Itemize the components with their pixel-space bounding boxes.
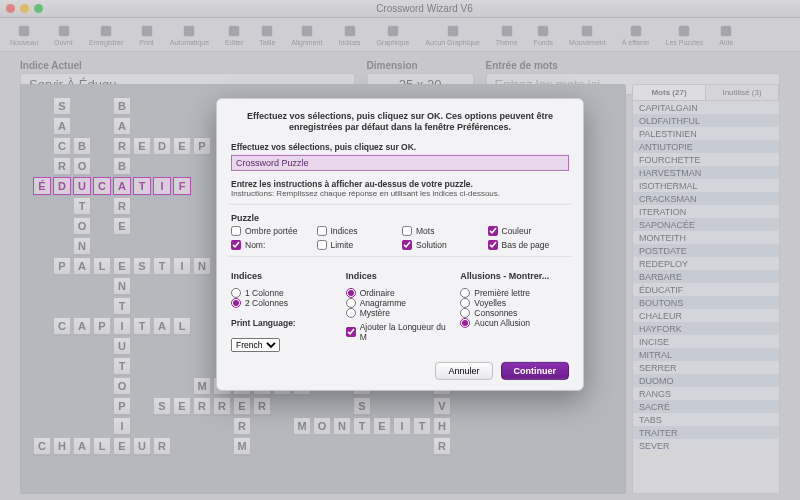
word-row[interactable]: REDEPLOY xyxy=(633,257,779,270)
puzzle-opt-nom-[interactable]: Nom: xyxy=(231,239,313,249)
toolbar-alignment[interactable]: Alignment xyxy=(291,24,322,46)
word-row[interactable]: ITERATION xyxy=(633,205,779,218)
grid-cell[interactable]: A xyxy=(113,177,131,195)
grid-cell[interactable]: É xyxy=(33,177,51,195)
add-length-checkbox[interactable]: Ajouter la Longueur du M xyxy=(346,321,455,341)
word-row[interactable]: FOURCHETTE xyxy=(633,153,779,166)
toolbar-nouveau[interactable]: Nouveau xyxy=(10,24,38,46)
word-row[interactable]: BARBARE xyxy=(633,270,779,283)
grid-cell[interactable]: N xyxy=(73,237,91,255)
word-row[interactable]: DUOMO xyxy=(633,374,779,387)
toolbar-taille[interactable]: Taille xyxy=(259,24,275,46)
grid-cell[interactable]: O xyxy=(73,217,91,235)
grid-cell[interactable]: A xyxy=(53,117,71,135)
grid-cell[interactable]: A xyxy=(73,257,91,275)
allusions-consonnes[interactable]: Consonnes xyxy=(460,307,569,317)
grid-cell[interactable]: T xyxy=(73,197,91,215)
toolbar-indices[interactable]: Indices xyxy=(338,24,360,46)
grid-cell[interactable]: P xyxy=(113,397,131,415)
grid-cell[interactable]: A xyxy=(73,317,91,335)
grid-cell[interactable]: U xyxy=(133,437,151,455)
grid-cell[interactable]: M xyxy=(233,437,251,455)
word-row[interactable]: OLDFAITHFUL xyxy=(633,114,779,127)
grid-cell[interactable]: N xyxy=(113,277,131,295)
word-row[interactable]: SEVER xyxy=(633,439,779,452)
grid-cell[interactable]: M xyxy=(193,377,211,395)
grid-cell[interactable]: O xyxy=(313,417,331,435)
word-row[interactable]: INCISE xyxy=(633,335,779,348)
allusions-voyelles[interactable]: Voyelles xyxy=(460,297,569,307)
toolbar-th-me[interactable]: Thème xyxy=(496,24,518,46)
grid-cell[interactable]: I xyxy=(113,417,131,435)
grid-cell[interactable]: C xyxy=(33,437,51,455)
toolbar-enregistrer[interactable]: Enregistrer xyxy=(89,24,123,46)
grid-cell[interactable]: I xyxy=(173,257,191,275)
toolbar-les-puzzles[interactable]: Les Puzzles xyxy=(666,24,704,46)
grid-cell[interactable]: I xyxy=(113,317,131,335)
grid-cell[interactable]: E xyxy=(173,137,191,155)
grid-cell[interactable]: H xyxy=(433,417,451,435)
grid-cell[interactable]: F xyxy=(173,177,191,195)
puzzle-opt-indices[interactable]: Indices xyxy=(317,225,399,235)
grid-cell[interactable]: R xyxy=(253,397,271,415)
grid-cell[interactable]: A xyxy=(153,317,171,335)
grid-cell[interactable]: A xyxy=(113,117,131,135)
grid-cell[interactable]: H xyxy=(53,437,71,455)
radio-input[interactable] xyxy=(231,287,241,297)
toolbar--effacer[interactable]: À effacer xyxy=(622,24,650,46)
puzzle-opt-solution[interactable]: Solution xyxy=(402,239,484,249)
grid-cell[interactable]: C xyxy=(53,317,71,335)
grid-cell[interactable]: E xyxy=(373,417,391,435)
cancel-button[interactable]: Annuler xyxy=(435,361,492,379)
grid-cell[interactable]: D xyxy=(53,177,71,195)
grid-cell[interactable]: P xyxy=(53,257,71,275)
word-row[interactable]: SACRÉ xyxy=(633,400,779,413)
tab-words[interactable]: Mots (27) xyxy=(633,85,706,100)
word-row[interactable]: TABS xyxy=(633,413,779,426)
grid-cell[interactable]: I xyxy=(393,417,411,435)
checkbox-input[interactable] xyxy=(488,239,498,249)
grid-cell[interactable]: I xyxy=(153,177,171,195)
word-row[interactable]: RANGS xyxy=(633,387,779,400)
add-length-input[interactable] xyxy=(346,326,356,336)
checkbox-input[interactable] xyxy=(231,225,241,235)
toolbar-fonds[interactable]: Fonds xyxy=(534,24,553,46)
indices-mode-anagramme[interactable]: Anagramme xyxy=(346,297,455,307)
grid-cell[interactable]: S xyxy=(153,397,171,415)
grid-cell[interactable]: T xyxy=(133,317,151,335)
word-row[interactable]: CAPITALGAIN xyxy=(633,101,779,114)
word-row[interactable]: HAYFORK xyxy=(633,322,779,335)
minimize-icon[interactable] xyxy=(20,4,29,13)
allusions-premi-re-lettre[interactable]: Première lettre xyxy=(460,287,569,297)
checkbox-input[interactable] xyxy=(231,239,241,249)
grid-cell[interactable]: R xyxy=(113,197,131,215)
toolbar-ouvrir[interactable]: Ouvrir xyxy=(54,24,73,46)
grid-cell[interactable]: T xyxy=(413,417,431,435)
word-row[interactable]: SAPONACÉE xyxy=(633,218,779,231)
grid-cell[interactable]: R xyxy=(233,417,251,435)
indices-mode-myst-re[interactable]: Mystère xyxy=(346,307,455,317)
indices-mode-ordinaire[interactable]: Ordinaire xyxy=(346,287,455,297)
puzzle-opt-bas-de-page[interactable]: Bas de page xyxy=(488,239,570,249)
word-row[interactable]: ISOTHERMAL xyxy=(633,179,779,192)
toolbar-editer[interactable]: Editer xyxy=(225,24,243,46)
radio-input[interactable] xyxy=(346,297,356,307)
toolbar-mouvement[interactable]: Mouvement xyxy=(569,24,606,46)
grid-cell[interactable]: D xyxy=(153,137,171,155)
checkbox-input[interactable] xyxy=(317,225,327,235)
grid-cell[interactable]: E xyxy=(113,437,131,455)
puzzle-opt-ombre-port-e[interactable]: Ombre portée xyxy=(231,225,313,235)
checkbox-input[interactable] xyxy=(402,239,412,249)
radio-input[interactable] xyxy=(460,297,470,307)
grid-cell[interactable]: R xyxy=(433,437,451,455)
grid-cell[interactable]: N xyxy=(333,417,351,435)
grid-cell[interactable]: S xyxy=(53,97,71,115)
checkbox-input[interactable] xyxy=(317,239,327,249)
word-row[interactable]: ÉDUCATIF xyxy=(633,283,779,296)
allusions-aucun-allusion[interactable]: Aucun Allusion xyxy=(460,317,569,327)
radio-input[interactable] xyxy=(346,287,356,297)
word-row[interactable]: HARVESTMAN xyxy=(633,166,779,179)
grid-cell[interactable]: E xyxy=(133,137,151,155)
grid-cell[interactable]: V xyxy=(433,397,451,415)
grid-cell[interactable]: O xyxy=(73,157,91,175)
